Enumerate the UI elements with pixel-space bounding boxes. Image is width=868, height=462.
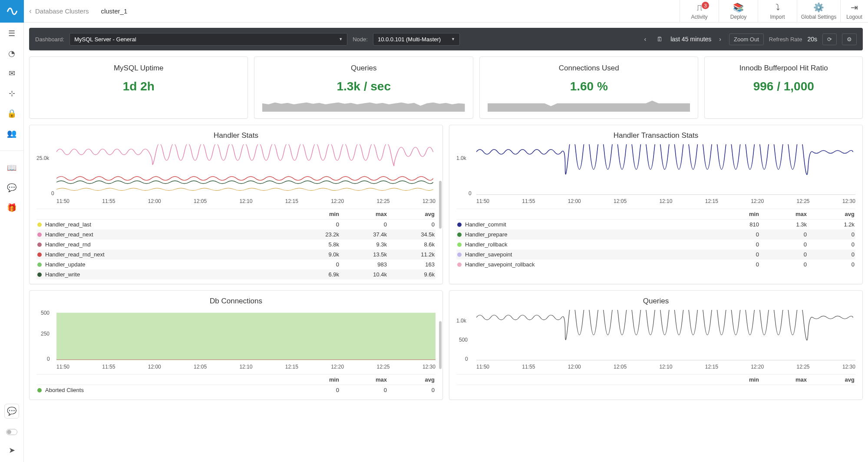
- stat-title: MySQL Uptime: [37, 64, 240, 73]
- legend-header: minmaxavg: [36, 209, 436, 219]
- stat-title: Connections Used: [488, 64, 690, 73]
- x-tick: 12:05: [194, 198, 207, 204]
- legend-row[interactable]: Handler_read_rnd_next9.0k13.5k11.2k: [36, 249, 436, 259]
- breadcrumb: ‹ Database Clusters cluster_1: [24, 0, 132, 22]
- global-settings-button[interactable]: ⚙️ Global Settings: [797, 0, 840, 22]
- stat-title: Queries: [262, 64, 465, 73]
- deploy-button[interactable]: 📚 Deploy: [719, 0, 758, 22]
- time-range-label[interactable]: last 45 minutes: [670, 36, 711, 43]
- legend-header: minmaxavg: [36, 375, 436, 385]
- deploy-label: Deploy: [730, 14, 746, 20]
- dashboard-select[interactable]: MySQL Server - General: [69, 33, 347, 46]
- nav-comment-icon[interactable]: 💬: [7, 183, 17, 193]
- x-tick: 12:10: [239, 364, 252, 370]
- refresh-rate-value: 20s: [807, 36, 817, 43]
- time-prev-button[interactable]: ‹: [642, 33, 649, 45]
- nav-plugins-icon[interactable]: ⊹: [9, 89, 15, 98]
- legend-header: minmaxavg: [456, 209, 855, 219]
- global-settings-label: Global Settings: [801, 14, 836, 20]
- refresh-rate-label: Refresh Rate: [769, 36, 802, 43]
- x-tick: 11:50: [476, 364, 489, 370]
- legend-row[interactable]: Handler_read_last000: [36, 219, 436, 229]
- panel-title: Db Connections: [36, 297, 436, 306]
- y-tick: 1.0k: [456, 155, 466, 161]
- zoom-out-button[interactable]: Zoom Out: [729, 33, 764, 45]
- stat-value: 996 / 1,000: [713, 80, 855, 93]
- queries-sparkline: [262, 98, 465, 112]
- x-tick: 12:00: [568, 198, 581, 204]
- legend-row[interactable]: Handler_savepoint000: [456, 249, 855, 259]
- stat-card-uptime: MySQL Uptime 1d 2h: [29, 57, 248, 119]
- dashboard-settings-button[interactable]: ⚙: [842, 33, 857, 45]
- legend-row[interactable]: Handler_commit8101.3k1.2k: [456, 219, 855, 229]
- nav-book-icon[interactable]: 📖: [7, 163, 17, 173]
- panel-title: Handler Transaction Stats: [456, 131, 855, 140]
- x-tick: 12:10: [239, 198, 252, 204]
- x-tick: 11:55: [102, 364, 115, 370]
- x-tick: 11:55: [522, 198, 535, 204]
- nav-mail-icon[interactable]: ✉: [9, 69, 15, 78]
- legend-row[interactable]: Handler_read_next23.2k37.4k34.5k: [36, 229, 436, 239]
- node-select-label: Node:: [353, 36, 368, 43]
- settings-icon: ⚙️: [813, 2, 824, 13]
- activity-icon: ⎍: [697, 3, 702, 13]
- x-tick: 12:25: [797, 364, 810, 370]
- x-tick: 12:10: [659, 198, 672, 204]
- stat-value: 1d 2h: [37, 80, 240, 93]
- legend-row[interactable]: Handler_rollback000: [456, 239, 855, 249]
- nav-users-icon[interactable]: 👥: [7, 129, 17, 138]
- x-tick: 12:10: [659, 364, 672, 370]
- x-tick: 12:05: [194, 364, 207, 370]
- x-tick: 12:20: [751, 364, 764, 370]
- deploy-icon: 📚: [733, 2, 744, 13]
- legend-row[interactable]: Handler_savepoint_rollback000: [456, 259, 855, 269]
- panel-resize-handle[interactable]: [439, 321, 442, 369]
- import-button[interactable]: ⤵ Import: [758, 0, 797, 22]
- time-next-button[interactable]: ›: [716, 33, 724, 45]
- nav-charts-icon[interactable]: ◔: [8, 49, 15, 58]
- stat-card-queries: Queries 1.3k / sec: [254, 57, 473, 119]
- legend-row[interactable]: Aborted Clients000: [36, 385, 436, 395]
- x-tick: 12:00: [568, 364, 581, 370]
- node-select[interactable]: 10.0.0.101 (Multi-Master): [373, 33, 460, 46]
- svg-rect-1: [56, 313, 436, 360]
- activity-label: Activity: [691, 14, 707, 20]
- breadcrumb-back-chevron[interactable]: ‹: [29, 7, 32, 16]
- nav-lock-icon[interactable]: 🔒: [7, 109, 17, 118]
- panel-title: Queries: [456, 297, 855, 306]
- x-tick: 12:15: [705, 364, 718, 370]
- import-label: Import: [770, 14, 785, 20]
- legend-row[interactable]: Handler_write6.9k10.4k9.6k: [36, 269, 436, 279]
- nav-gift-icon[interactable]: 🎁: [7, 203, 17, 213]
- x-tick: 11:50: [56, 198, 69, 204]
- import-icon: ⤵: [776, 3, 780, 13]
- panel-handler-stats: Handler Stats 25.0k 0 11:5011:5512:0012:…: [29, 125, 443, 284]
- y-tick: 250: [41, 331, 50, 337]
- nav-databases-icon[interactable]: ☰: [8, 29, 15, 38]
- support-chat-button[interactable]: 💬: [4, 404, 19, 405]
- x-tick: 12:25: [377, 364, 390, 370]
- x-tick: 12:30: [422, 198, 436, 204]
- legend-row[interactable]: Handler_read_rnd5.8k9.3k8.6k: [36, 239, 436, 249]
- legend-row[interactable]: Handler_prepare000: [456, 229, 855, 239]
- y-tick: 25.0k: [36, 155, 49, 161]
- connections-sparkline: [488, 98, 690, 112]
- x-tick: 11:50: [56, 364, 69, 370]
- panel-resize-handle[interactable]: [439, 181, 442, 229]
- logout-button[interactable]: ⇥ Logout: [840, 0, 868, 22]
- x-tick: 12:20: [331, 364, 344, 370]
- app-logo[interactable]: [0, 0, 24, 23]
- legend-row[interactable]: Handler_update0983163: [36, 259, 436, 269]
- activity-button[interactable]: ⎍ 3 Activity: [680, 0, 719, 22]
- breadcrumb-parent[interactable]: Database Clusters: [35, 7, 89, 15]
- time-picker-icon[interactable]: 🗓: [654, 33, 665, 45]
- y-tick: 0: [47, 356, 50, 362]
- panel-handler-tx-stats: Handler Transaction Stats 1.0k 0 11:5011…: [449, 125, 863, 284]
- stat-value: 1.3k / sec: [262, 80, 465, 93]
- y-tick: 500: [459, 337, 468, 343]
- breadcrumb-current: cluster_1: [101, 7, 127, 15]
- x-tick: 12:25: [377, 198, 390, 204]
- x-tick: 12:05: [614, 364, 627, 370]
- x-tick: 11:55: [522, 364, 535, 370]
- refresh-button[interactable]: ⟳: [822, 33, 837, 45]
